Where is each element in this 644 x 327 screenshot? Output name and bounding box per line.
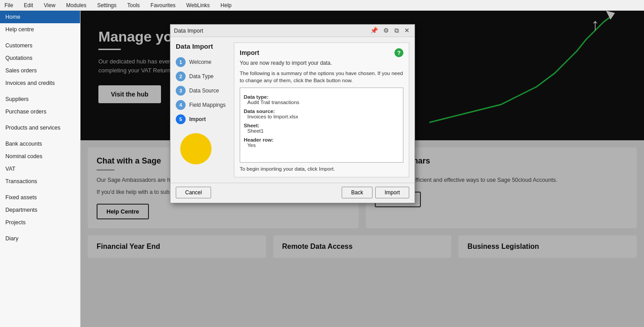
sidebar-item-projects[interactable]: Projects (0, 216, 80, 229)
menu-modules[interactable]: Modules (64, 1, 89, 9)
sidebar-item-diary[interactable]: Diary (0, 232, 80, 245)
dialog-buttons: Cancel Back Import (170, 183, 415, 203)
step-3-label: Data Source (189, 88, 219, 94)
dialog-title-icons: 📌 ⚙ ⧉ ✕ (369, 26, 411, 35)
sidebar-item-sales-orders[interactable]: Sales orders (0, 64, 80, 77)
close-icon[interactable]: ✕ (403, 26, 411, 35)
menu-help[interactable]: Help (218, 1, 234, 9)
sheet-value: Sheet1 (247, 128, 399, 134)
wizard-title: Data Import (176, 42, 234, 50)
header-row-label: Header row: (244, 137, 399, 143)
data-source-value: Invoices to Import.xlsx (247, 114, 399, 119)
app-layout: Home Help centre Customers Quotations Sa… (0, 11, 644, 327)
help-icon[interactable]: ? (394, 48, 403, 57)
step-1-label: Welcome (189, 59, 212, 65)
summary-box: Data type: Audit Trail transactions Data… (240, 88, 403, 163)
back-import-button-group: Back Import (342, 187, 409, 198)
import-subtitle: You are now ready to import your data. (240, 60, 403, 66)
step-5-label: Import (189, 116, 206, 122)
data-type-value: Audit Trail transactions (247, 100, 399, 105)
sidebar-item-home[interactable]: Home (0, 11, 80, 23)
sidebar-item-departments[interactable]: Departments (0, 204, 80, 216)
sidebar-item-suppliers[interactable]: Suppliers (0, 93, 80, 105)
menu-edit[interactable]: Edit (21, 1, 36, 9)
menu-file[interactable]: File (2, 1, 16, 9)
sidebar-item-invoices[interactable]: Invoices and credits (0, 77, 80, 89)
menu-favourites[interactable]: Favourites (148, 1, 178, 9)
sidebar: Home Help centre Customers Quotations Sa… (0, 11, 80, 327)
import-button[interactable]: Import (375, 187, 409, 198)
import-description: The following is a summary of the option… (240, 70, 403, 84)
sidebar-item-purchase-orders[interactable]: Purchase orders (0, 105, 80, 118)
step-5: 5 Import (176, 114, 234, 124)
step-3: 3 Data Source (176, 86, 234, 96)
menu-bar: File Edit View Modules Settings Tools Fa… (0, 0, 644, 11)
import-step-title: Import (240, 49, 259, 56)
back-button[interactable]: Back (342, 187, 373, 198)
pin-icon[interactable]: 📌 (369, 26, 379, 35)
menu-view[interactable]: View (41, 1, 58, 9)
step-5-circle: 5 (176, 114, 186, 124)
step-2-circle: 2 (176, 71, 186, 81)
import-footer-text: To begin importing your data, click Impo… (240, 166, 403, 172)
step-2-label: Data Type (189, 73, 213, 80)
step-4-circle: 4 (176, 100, 186, 110)
sidebar-item-customers[interactable]: Customers (0, 39, 80, 52)
restore-icon[interactable]: ⧉ (393, 26, 400, 35)
sidebar-item-products[interactable]: Products and services (0, 122, 80, 134)
main-content: Manage your VAT Our dedicated hub has ev… (80, 11, 644, 327)
wizard-content: Import ? You are now ready to import you… (234, 42, 409, 177)
dialog-overlay: Data Import 📌 ⚙ ⧉ ✕ Data Import 1 (80, 11, 644, 327)
header-row-value: Yes (247, 143, 399, 148)
step-1-circle: 1 (176, 57, 186, 67)
data-type-label: Data type: (244, 94, 399, 100)
import-header-row: Import ? (240, 48, 403, 57)
cancel-button[interactable]: Cancel (176, 187, 211, 198)
sidebar-item-transactions[interactable]: Transactions (0, 175, 80, 188)
sidebar-item-bank[interactable]: Bank accounts (0, 138, 80, 150)
sidebar-item-nominal[interactable]: Nominal codes (0, 150, 80, 163)
dialog-body: Data Import 1 Welcome 2 Data Type 3 Data… (170, 37, 415, 183)
sidebar-item-vat[interactable]: VAT (0, 163, 80, 175)
yellow-circle-decoration (180, 133, 212, 164)
sidebar-item-help-centre[interactable]: Help centre (0, 23, 80, 36)
step-1: 1 Welcome (176, 57, 234, 67)
sheet-label: Sheet: (244, 123, 399, 128)
dialog-titlebar: Data Import 📌 ⚙ ⧉ ✕ (170, 25, 415, 37)
wizard-steps: Data Import 1 Welcome 2 Data Type 3 Data… (176, 42, 234, 177)
sidebar-item-quotations[interactable]: Quotations (0, 52, 80, 64)
data-import-dialog: Data Import 📌 ⚙ ⧉ ✕ Data Import 1 (170, 24, 415, 203)
menu-settings[interactable]: Settings (94, 1, 119, 9)
step-4-label: Field Mappings (189, 102, 225, 108)
menu-weblinks[interactable]: WebLinks (184, 1, 212, 9)
settings-icon[interactable]: ⚙ (382, 26, 390, 35)
step-2: 2 Data Type (176, 71, 234, 81)
step-3-circle: 3 (176, 86, 186, 96)
menu-tools[interactable]: Tools (125, 1, 143, 9)
dialog-title: Data Import (174, 28, 203, 34)
step-4: 4 Field Mappings (176, 100, 234, 110)
sidebar-item-fixed-assets[interactable]: Fixed assets (0, 191, 80, 204)
data-source-label: Data source: (244, 109, 399, 114)
